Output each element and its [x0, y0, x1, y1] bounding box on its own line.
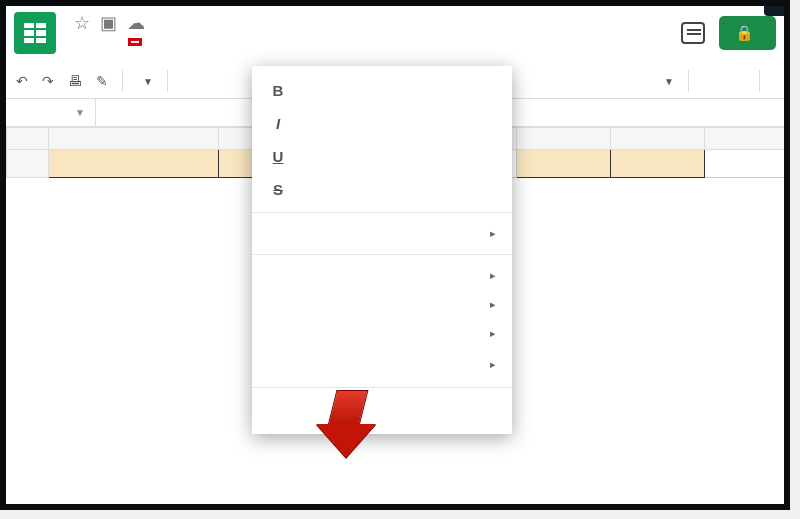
comments-icon[interactable] [681, 22, 705, 44]
menu-item-italic[interactable]: I [252, 107, 512, 140]
corner-cell[interactable] [7, 128, 49, 150]
redo-icon[interactable]: ↷ [42, 73, 54, 89]
name-box[interactable]: ▼ [6, 99, 96, 126]
star-icon[interactable]: ☆ [74, 12, 90, 34]
menu-item-text-rotation[interactable] [252, 348, 512, 381]
lock-icon: 🔒 [735, 24, 754, 42]
menu-format[interactable] [128, 38, 142, 46]
share-button[interactable]: 🔒 [719, 16, 776, 50]
paint-format-icon[interactable]: ✎ [96, 73, 108, 89]
row-header[interactable] [7, 150, 49, 178]
menu-data[interactable] [146, 38, 158, 46]
col-header[interactable] [611, 128, 705, 150]
menu-edit[interactable] [80, 38, 92, 46]
menu-help[interactable] [194, 38, 206, 46]
underline-icon: U [268, 148, 288, 165]
col-header[interactable] [705, 128, 791, 150]
menu-tools[interactable] [162, 38, 174, 46]
alphr-badge [764, 6, 784, 16]
annotation-arrow-icon [332, 390, 364, 426]
menubar [64, 38, 681, 46]
menu-item-merge[interactable] [252, 290, 512, 319]
zoom-select[interactable]: ▼ [137, 76, 153, 87]
header-cell[interactable] [611, 150, 705, 178]
italic-icon: I [268, 115, 288, 132]
col-header[interactable] [49, 128, 219, 150]
menu-file[interactable] [64, 38, 76, 46]
header-cell[interactable] [49, 150, 219, 178]
sheets-logo-icon [14, 12, 56, 54]
print-icon[interactable]: 🖶 [68, 73, 82, 89]
strike-icon: S [268, 181, 288, 198]
menu-item-alternating-colors[interactable] [252, 410, 512, 426]
app-header: ☆ ▣ ☁ 🔒 [6, 6, 784, 64]
menu-item-strikethrough[interactable]: S [252, 173, 512, 206]
cloud-icon[interactable]: ☁ [127, 12, 145, 34]
menu-addons[interactable] [178, 38, 190, 46]
menu-item-font-size[interactable] [252, 219, 512, 248]
menu-insert[interactable] [112, 38, 124, 46]
undo-icon[interactable]: ↶ [16, 73, 28, 89]
header-cell[interactable] [517, 150, 611, 178]
format-menu-dropdown: B I U S [252, 66, 512, 434]
menu-item-conditional-formatting[interactable] [252, 394, 512, 410]
menu-view[interactable] [96, 38, 108, 46]
menu-item-align[interactable] [252, 261, 512, 290]
move-icon[interactable]: ▣ [100, 12, 117, 34]
bold-icon: B [268, 82, 288, 99]
col-header[interactable] [517, 128, 611, 150]
menu-item-bold[interactable]: B [252, 74, 512, 107]
menu-item-underline[interactable]: U [252, 140, 512, 173]
menu-item-text-wrapping[interactable] [252, 319, 512, 348]
font-size-select[interactable]: ▼ [658, 76, 674, 87]
